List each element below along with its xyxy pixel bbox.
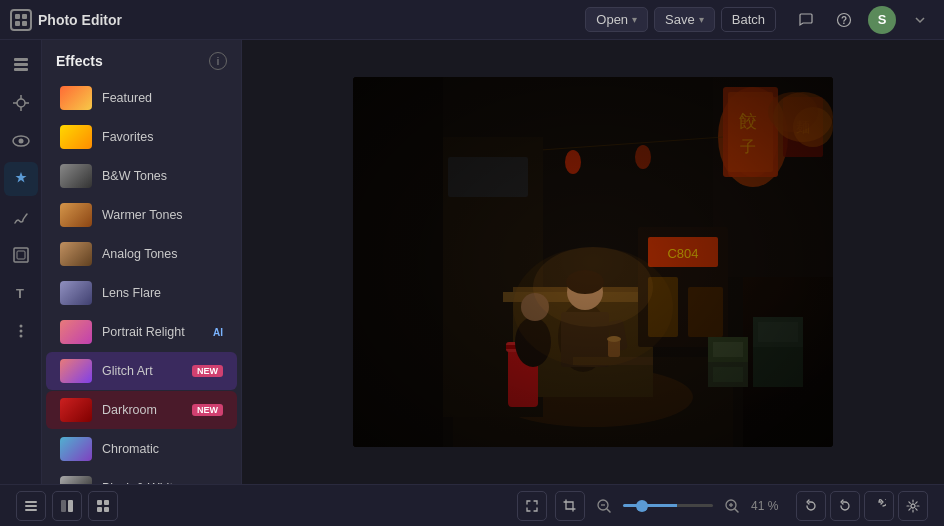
toolbar-grid-btn[interactable] [88,491,118,521]
effect-thumb-lens [60,281,92,305]
fit-screen-btn[interactable] [517,491,547,521]
svg-point-15 [18,139,23,144]
effect-item-featured[interactable]: Featured [46,79,237,117]
effects-list: Featured Favorites B&W Tones Warmer Tone… [42,78,241,484]
sidebar-text-button[interactable]: T [4,276,38,310]
effects-title: Effects [56,53,103,69]
redo-btn[interactable] [864,491,894,521]
effect-thumb-blackwhite [60,476,92,484]
settings-btn[interactable] [898,491,928,521]
svg-point-19 [19,335,22,338]
effect-item-glitch-art[interactable]: Glitch Art NEW [46,352,237,390]
sidebar-layers-button[interactable] [4,48,38,82]
effect-item-portrait-relight[interactable]: Portrait Relight AI [46,313,237,351]
svg-point-97 [911,504,915,508]
new-badge-darkroom: NEW [192,404,223,416]
svg-rect-80 [353,77,833,447]
zoom-in-btn[interactable] [721,495,743,517]
svg-rect-86 [97,500,102,505]
open-chevron: ▾ [632,14,637,25]
svg-rect-16 [14,248,28,262]
undo-btn[interactable] [830,491,860,521]
effect-label-darkroom: Darkroom [102,403,182,417]
help-icon-button[interactable]: ? [830,6,858,34]
open-button[interactable]: Open ▾ [585,7,648,32]
svg-rect-88 [97,507,102,512]
batch-button[interactable]: Batch [721,7,776,32]
effect-item-darkroom[interactable]: Darkroom NEW [46,391,237,429]
svg-rect-83 [25,509,37,511]
effects-header: Effects i [42,40,241,78]
svg-rect-3 [22,21,27,26]
sidebar-preview-button[interactable] [4,124,38,158]
effect-label-lens-flare: Lens Flare [102,286,223,300]
zoom-slider[interactable] [623,504,713,507]
toolbar-left-group [16,491,118,521]
effect-item-lens-flare[interactable]: Lens Flare [46,274,237,312]
logo-icon [10,9,32,31]
photo-container: 餃 子 麺 [353,77,833,447]
effect-item-black-white[interactable]: Black & White [46,469,237,484]
svg-point-20 [19,330,22,333]
effect-label-glitch-art: Glitch Art [102,364,182,378]
save-button[interactable]: Save ▾ [654,7,715,32]
effect-label-warmer-tones: Warmer Tones [102,208,223,222]
app-title: Photo Editor [38,12,122,28]
effect-item-analog-tones[interactable]: Analog Tones [46,235,237,273]
zoom-out-btn[interactable] [593,495,615,517]
toolbar-compare-btn[interactable] [52,491,82,521]
effect-label-favorites: Favorites [102,130,223,144]
effect-label-chromatic: Chromatic [102,442,223,456]
sidebar-icons-panel: T [0,40,42,484]
save-chevron: ▾ [699,14,704,25]
svg-point-9 [17,99,25,107]
effect-label-bw-tones: B&W Tones [102,169,223,183]
info-icon[interactable]: i [209,52,227,70]
zoom-controls: 41 % [517,491,786,521]
crop-btn[interactable] [555,491,585,521]
svg-line-92 [607,509,610,512]
svg-line-96 [735,509,738,512]
svg-rect-85 [68,500,73,512]
svg-text:?: ? [841,15,847,26]
sidebar-effects-button[interactable] [4,162,38,196]
effect-item-favorites[interactable]: Favorites [46,118,237,156]
sidebar-more-button[interactable] [4,314,38,348]
effect-label-analog-tones: Analog Tones [102,247,223,261]
svg-rect-2 [15,21,20,26]
sidebar-adjustments-button[interactable] [4,86,38,120]
rotate-cw-btn[interactable] [796,491,826,521]
toolbar-layers-btn[interactable] [16,491,46,521]
expand-icon-button[interactable] [906,6,934,34]
svg-rect-8 [14,68,28,71]
sidebar-brushes-button[interactable] [4,200,38,234]
svg-rect-89 [104,507,109,512]
effect-thumb-darkroom [60,398,92,422]
effect-thumb-portrait [60,320,92,344]
sidebar-frames-button[interactable] [4,238,38,272]
save-label: Save [665,12,695,27]
effect-thumb-bw [60,164,92,188]
svg-rect-0 [15,14,20,19]
chat-icon-button[interactable] [792,6,820,34]
open-label: Open [596,12,628,27]
new-badge-glitch: NEW [192,365,223,377]
svg-rect-17 [17,251,25,259]
svg-rect-81 [25,501,37,503]
effects-panel: Effects i Featured Favorites B&W Tones [42,40,242,484]
effect-thumb-featured [60,86,92,110]
effect-label-featured: Featured [102,91,223,105]
effect-item-bw-tones[interactable]: B&W Tones [46,157,237,195]
svg-rect-82 [25,505,37,507]
zoom-level: 41 % [751,499,786,513]
avatar[interactable]: S [868,6,896,34]
effect-item-warmer-tones[interactable]: Warmer Tones [46,196,237,234]
svg-rect-84 [61,500,66,512]
svg-point-21 [19,325,22,328]
svg-rect-7 [14,63,28,66]
canvas-area: 餃 子 麺 [242,40,944,484]
effect-thumb-chromatic [60,437,92,461]
effect-thumb-warmer [60,203,92,227]
toolbar-right-icons [796,491,928,521]
effect-item-chromatic[interactable]: Chromatic [46,430,237,468]
